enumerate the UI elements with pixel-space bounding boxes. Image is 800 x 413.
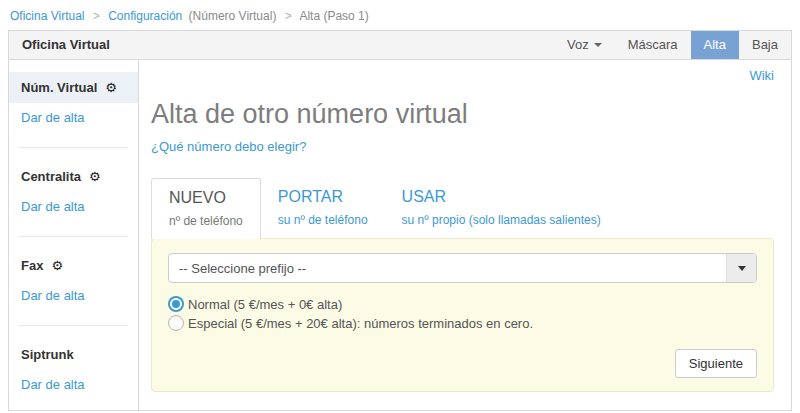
sidebar-link-dar-de-alta-fax[interactable]: Dar de alta: [9, 281, 138, 312]
main-content: Wiki Alta de otro número virtual ¿Qué nú…: [139, 60, 791, 410]
sidebar-divider: [19, 325, 128, 326]
prefix-select[interactable]: -- Seleccione prefijo --: [168, 253, 757, 283]
sidebar-item-centralita[interactable]: Centralita ⚙: [9, 161, 138, 192]
panel-title: Oficina Virtual: [9, 31, 123, 59]
sidebar-link-dar-de-alta-num-virtual[interactable]: Dar de alta: [9, 103, 138, 134]
breadcrumb-home-link[interactable]: Oficina Virtual: [10, 9, 84, 23]
price-radio-group: Normal (5 €/mes + 0€ alta) Especial (5 €…: [168, 296, 757, 331]
gear-icon[interactable]: ⚙: [51, 259, 63, 272]
breadcrumb: Oficina Virtual > Configuración (Número …: [0, 0, 800, 30]
breadcrumb-config-link[interactable]: Configuración: [108, 9, 182, 23]
prefix-select-value: -- Seleccione prefijo --: [169, 261, 726, 276]
radio-normal[interactable]: Normal (5 €/mes + 0€ alta): [168, 296, 757, 312]
gear-icon[interactable]: ⚙: [105, 81, 117, 94]
help-link[interactable]: ¿Qué número debo elegir?: [151, 139, 306, 154]
menu-item-baja[interactable]: Baja: [739, 31, 791, 59]
radio-especial[interactable]: Especial (5 €/mes + 20€ alta): números t…: [168, 315, 757, 331]
sidebar-link-dar-de-alta-siptrunk[interactable]: Dar de alta: [9, 370, 138, 401]
radio-unselected-icon[interactable]: [168, 315, 184, 331]
radio-normal-label: Normal (5 €/mes + 0€ alta): [188, 297, 342, 312]
sidebar-item-siptrunk[interactable]: Siptrunk: [9, 339, 138, 370]
sidebar-link-dar-de-alta-centralita[interactable]: Dar de alta: [9, 192, 138, 223]
breadcrumb-separator: >: [93, 9, 100, 23]
breadcrumb-config-suffix: (Número Virtual): [189, 9, 277, 23]
menu-item-alta[interactable]: Alta: [691, 31, 739, 59]
sidebar-divider: [19, 147, 128, 148]
tab-usar[interactable]: USAR su nº propio (solo llamadas salient…: [385, 178, 618, 238]
tab-portar[interactable]: PORTAR su nº de teléfono: [261, 178, 385, 238]
panel-menu: Voz Máscara Alta Baja: [554, 31, 791, 59]
page-title: Alta de otro número virtual: [151, 99, 774, 130]
chevron-down-icon: [594, 43, 602, 47]
main-panel: Oficina Virtual Voz Máscara Alta Baja Nú…: [8, 30, 792, 411]
select-dropdown-button[interactable]: [726, 254, 756, 282]
form-panel: -- Seleccione prefijo -- Normal (5 €/mes…: [151, 238, 774, 392]
radio-selected-icon[interactable]: [168, 296, 184, 312]
sidebar: Núm. Virtual ⚙ Dar de alta Centralita ⚙ …: [9, 60, 139, 410]
gear-icon[interactable]: ⚙: [89, 170, 101, 183]
chevron-down-icon: [738, 266, 746, 271]
breadcrumb-separator: >: [285, 9, 292, 23]
siguiente-button[interactable]: Siguiente: [675, 349, 757, 378]
sidebar-item-num-virtual[interactable]: Núm. Virtual ⚙: [9, 72, 138, 103]
panel-body: Núm. Virtual ⚙ Dar de alta Centralita ⚙ …: [9, 60, 791, 410]
tab-nuevo[interactable]: NUEVO nº de teléfono: [151, 178, 261, 239]
menu-item-mascara[interactable]: Máscara: [615, 31, 691, 59]
menu-item-voz[interactable]: Voz: [554, 31, 615, 59]
sidebar-divider: [19, 236, 128, 237]
tabs: NUEVO nº de teléfono PORTAR su nº de tel…: [151, 178, 774, 238]
panel-header: Oficina Virtual Voz Máscara Alta Baja: [9, 31, 791, 60]
wiki-link[interactable]: Wiki: [749, 68, 774, 83]
breadcrumb-current: Alta (Paso 1): [299, 9, 368, 23]
sidebar-item-fax[interactable]: Fax ⚙: [9, 250, 138, 281]
radio-especial-label: Especial (5 €/mes + 20€ alta): números t…: [188, 316, 533, 331]
